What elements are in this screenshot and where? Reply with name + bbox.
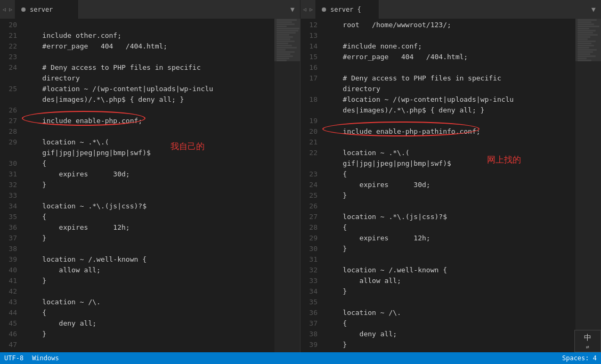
code-line: #location ~ /(wp-content|uploads|wp-incl… (326, 94, 575, 105)
code-line: allow all; (326, 276, 575, 286)
code-line: location ~ /\. (26, 297, 274, 308)
code-line: } (326, 286, 575, 297)
code-line: } (326, 244, 575, 254)
code-line: include enable-php.conf; (26, 116, 274, 126)
code-line (26, 126, 274, 137)
code-line: allow all; (26, 265, 274, 276)
left-tab-bar: ◁ ▷ server ▼ (0, 0, 300, 19)
code-line: location ~ .*\.(js|css)?$ (326, 212, 575, 222)
code-line (326, 350, 575, 352)
code-line: include enable-php-pathinfo.conf; (326, 126, 575, 137)
code-line: gif|jpg|jpeg|png|bmp|swf)$ (26, 148, 274, 158)
code-line: { (326, 222, 575, 233)
status-spaces: Spaces: 4 (562, 354, 597, 362)
code-line (26, 105, 274, 116)
code-line: { (326, 169, 575, 180)
right-tab-label: server { (330, 6, 361, 13)
code-line: location ~ .*\.( (326, 148, 575, 158)
code-line: des|images)/.*\.php$ { deny all; } (326, 105, 575, 116)
status-bar-right: Spaces: 4 (562, 354, 597, 362)
status-bar: UTF-8 Windows Spaces: 4 (0, 352, 601, 364)
tab-bar: ◁ ▷ server ▼ ◁ ▷ server { ▼ (0, 0, 601, 19)
code-line: { (326, 318, 575, 329)
code-line: directory (26, 73, 274, 84)
code-line: { (26, 308, 274, 318)
tab-dot (21, 7, 26, 12)
code-line: expires 30d; (26, 169, 274, 180)
code-line: gif|jpg|jpeg|png|bmp|swf)$ (326, 158, 575, 169)
code-line: } (326, 190, 575, 201)
code-line: directory (326, 84, 575, 94)
code-line (326, 297, 575, 308)
left-minimap (274, 19, 300, 352)
code-line: } (26, 180, 274, 190)
code-line: deny all; (326, 329, 575, 339)
code-line: location ~ .*\.( (26, 137, 274, 148)
code-line (326, 254, 575, 265)
left-editor-pane: 20 21 22 23 24 25 26 27 28 29 30 31 32 3… (0, 19, 300, 352)
code-line: #include none.conf; (326, 41, 575, 52)
left-tab-item[interactable]: server (15, 0, 79, 19)
chinese-char: 中 (584, 333, 591, 343)
code-line: des|images)/.*\.php$ { deny all; } (26, 94, 274, 105)
code-line: deny all; (26, 318, 274, 329)
code-line (326, 30, 575, 41)
code-line: } (326, 339, 575, 350)
code-line (26, 20, 274, 30)
code-line: { (26, 212, 274, 222)
right-nav-arrows[interactable]: ◁ ▷ (300, 0, 315, 19)
code-line: expires 30d; (326, 180, 575, 190)
code-line (326, 62, 575, 73)
left-nav-arrows[interactable]: ◁ ▷ (0, 0, 15, 19)
right-tab-bar: ◁ ▷ server { ▼ (300, 0, 601, 19)
status-encoding: UTF-8 (4, 354, 23, 362)
right-editor-pane: 12 13 14 15 16 17 18 19 20 21 22 23 24 2… (300, 19, 601, 352)
code-line (26, 190, 274, 201)
arrows-icon: ⇆ (586, 344, 589, 350)
code-line (326, 116, 575, 126)
right-line-numbers: 12 13 14 15 16 17 18 19 20 21 22 23 24 2… (300, 19, 322, 352)
tab-dot-right (322, 7, 326, 12)
code-line: access_log /home/wwwlogs/ (26, 350, 274, 352)
chinese-overlay: 中 ⇆ (574, 330, 601, 352)
code-line (326, 201, 575, 212)
code-line: } (26, 233, 274, 244)
code-line: expires 12h; (26, 222, 274, 233)
left-code-content[interactable]: include other.conf; #error_page 404 /404… (21, 19, 274, 352)
code-line: location ~ /\. (326, 308, 575, 318)
code-line: #error_page 404 /404.html; (26, 41, 274, 52)
left-tab-label: server (30, 6, 53, 13)
code-line: location ~ /.well-known { (326, 265, 575, 276)
code-line: include other.conf; (26, 30, 274, 41)
code-line: # Deny access to PHP files in specific (326, 73, 575, 84)
code-line: } (26, 276, 274, 286)
code-line (26, 286, 274, 297)
code-line: # Deny access to PHP files in specific (26, 62, 274, 73)
code-line (26, 52, 274, 62)
left-line-numbers: 20 21 22 23 24 25 26 27 28 29 30 31 32 3… (0, 19, 21, 352)
code-line: #location ~ /(wp-content|uploads|wp-incl… (26, 84, 274, 94)
code-line: location ~ /.well-known { (26, 254, 274, 265)
editor-container: 20 21 22 23 24 25 26 27 28 29 30 31 32 3… (0, 19, 601, 352)
code-line (26, 339, 274, 350)
code-line: } (26, 329, 274, 339)
right-tab-dropdown[interactable]: ▼ (586, 0, 601, 19)
right-minimap (575, 19, 601, 352)
code-line: root /home/wwwroot/123/; (326, 20, 575, 30)
code-line: { (26, 158, 274, 169)
left-tab-dropdown[interactable]: ▼ (285, 0, 300, 19)
status-line-ending: Windows (32, 354, 59, 362)
code-line: expires 12h; (326, 233, 575, 244)
right-tab-item[interactable]: server { (315, 0, 379, 19)
code-line (326, 137, 575, 148)
code-line: location ~ .*\.(js|css)?$ (26, 201, 274, 212)
code-line (26, 244, 274, 254)
code-line: #error_page 404 /404.html; (326, 52, 575, 62)
right-code-content[interactable]: root /home/wwwroot/123/; #include none.c… (322, 19, 575, 352)
